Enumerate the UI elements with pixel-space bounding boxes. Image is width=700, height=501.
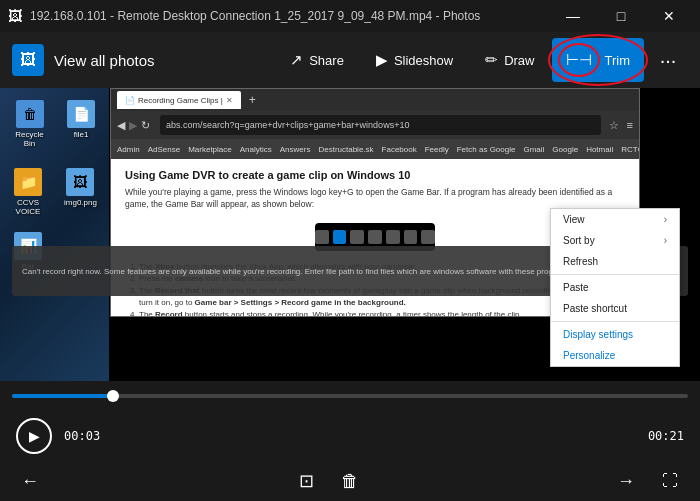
toolbar: 🖼 View all photos ↗ Share ▶ Slideshow ✏ …: [0, 32, 700, 88]
desktop-icon-img0[interactable]: 🖼 img0.png: [60, 164, 101, 220]
bookmark-rctc[interactable]: RCTC: [621, 145, 639, 154]
url-text: abs.com/search?q=game+dvr+clips+game+bar…: [166, 120, 409, 130]
context-menu-paste[interactable]: Paste: [551, 277, 679, 298]
gb-btn-1: [315, 230, 329, 244]
slideshow-label: Slideshow: [394, 53, 453, 68]
total-time: 00:21: [648, 429, 684, 443]
active-tab[interactable]: 📄 Recording Game Clips | ✕: [117, 91, 241, 109]
browser-refresh[interactable]: ↻: [141, 119, 150, 132]
tab-close[interactable]: ✕: [226, 96, 233, 105]
menu-icon[interactable]: ≡: [627, 119, 633, 132]
play-button[interactable]: ▶: [16, 418, 52, 454]
gb-btn-2: [333, 230, 347, 244]
bookmark-gmail[interactable]: Gmail: [523, 145, 544, 154]
minimize-button[interactable]: —: [550, 0, 596, 32]
draw-button[interactable]: ✏ Draw: [471, 38, 548, 82]
context-view-arrow: ›: [664, 214, 667, 225]
voice-label: CCVS VOICE: [14, 198, 42, 216]
timeline-thumb[interactable]: [107, 390, 119, 402]
fullscreen-button[interactable]: ⛶: [652, 463, 688, 499]
tab-icon: 📄: [125, 96, 135, 105]
delete-button[interactable]: 🗑: [332, 463, 368, 499]
taskbar-right: → ⛶: [608, 463, 688, 499]
context-personalize-label: Personalize: [563, 350, 615, 361]
bookmark-fetch[interactable]: Fetch as Google: [457, 145, 516, 154]
browser-back[interactable]: ◀: [117, 119, 125, 132]
slideshow-button[interactable]: ▶ Slideshow: [362, 38, 467, 82]
bottom-taskbar: ← ⊡ 🗑 → ⛶: [0, 461, 700, 501]
maximize-button[interactable]: □: [598, 0, 644, 32]
media-nav-button[interactable]: ⊡: [288, 463, 324, 499]
bookmark-google[interactable]: Google: [552, 145, 578, 154]
timeline-track[interactable]: [12, 394, 688, 398]
browser-tab-bar: 📄 Recording Game Clips | ✕ +: [111, 89, 639, 111]
bookmark-feedly[interactable]: Feedly: [425, 145, 449, 154]
share-button[interactable]: ↗ Share: [276, 38, 358, 82]
page-title: Using Game DVR to create a game clip on …: [125, 169, 625, 181]
taskbar-left: ←: [12, 463, 48, 499]
photos-icon: 🖼: [20, 51, 36, 69]
new-tab-button[interactable]: +: [249, 93, 256, 107]
context-menu-sortby[interactable]: Sort by ›: [551, 230, 679, 251]
title-bar-app-icon: 🖼: [8, 8, 22, 24]
toolbar-left: 🖼 View all photos: [12, 44, 276, 76]
media-nav-icon: ⊡: [299, 470, 314, 492]
timeline[interactable]: [0, 381, 700, 411]
bookmark-hotmail[interactable]: Hotmail: [586, 145, 613, 154]
tab-label: Recording Game Clips |: [138, 96, 223, 105]
recycle-bin-icon: 🗑: [16, 100, 44, 128]
more-button[interactable]: ···: [648, 40, 688, 80]
star-icon[interactable]: ☆: [609, 119, 619, 132]
context-menu-paste-shortcut[interactable]: Paste shortcut: [551, 298, 679, 319]
context-paste-shortcut-label: Paste shortcut: [563, 303, 627, 314]
delete-icon: 🗑: [341, 471, 359, 492]
bookmark-adsense[interactable]: AdSense: [148, 145, 180, 154]
gb-btn-5: [386, 230, 400, 244]
bookmark-marketplace[interactable]: Marketplace: [188, 145, 232, 154]
app-title: View all photos: [54, 52, 155, 69]
context-menu-personalize[interactable]: Personalize: [551, 345, 679, 366]
desktop-icon-voice[interactable]: 📁 CCVS VOICE: [10, 164, 46, 220]
bookmark-analytics[interactable]: Analytics: [240, 145, 272, 154]
desktop-icon-file[interactable]: 📄 file1: [63, 96, 99, 152]
recycle-bin-label: Recycle Bin: [14, 130, 45, 148]
taskbar-center: ⊡ 🗑: [288, 463, 368, 499]
desktop-icon-recycle[interactable]: 🗑 Recycle Bin: [10, 96, 49, 152]
context-view-label: View: [563, 214, 585, 225]
gb-btn-4: [368, 230, 382, 244]
title-bar-title: 192.168.0.101 - Remote Desktop Connectio…: [30, 9, 480, 23]
context-menu-view[interactable]: View ›: [551, 209, 679, 230]
close-button[interactable]: ✕: [646, 0, 692, 32]
share-label: Share: [309, 53, 344, 68]
context-menu-display[interactable]: Display settings: [551, 324, 679, 345]
bookmark-facebook[interactable]: Facebook: [382, 145, 417, 154]
gb-btn-6: [404, 230, 418, 244]
context-sortby-label: Sort by: [563, 235, 595, 246]
context-separator-1: [551, 274, 679, 275]
bookmark-answers[interactable]: Answers: [280, 145, 311, 154]
video-controls: ▶ 00:03 00:21: [0, 381, 700, 461]
draw-label: Draw: [504, 53, 534, 68]
file-label: file1: [74, 130, 89, 139]
share-icon: ↗: [290, 51, 303, 69]
url-bar[interactable]: abs.com/search?q=game+dvr+clips+game+bar…: [160, 115, 601, 135]
browser-forward[interactable]: ▶: [129, 119, 137, 132]
main-content: 🗑 Recycle Bin 📄 file1 📁 CCVS VOICE 🖼 img…: [0, 88, 700, 501]
trim-icon-wrapper: ⊢⊣: [566, 51, 592, 69]
file-icon: 📄: [67, 100, 95, 128]
trim-button[interactable]: ⊢⊣ Trim: [552, 38, 644, 82]
title-bar-controls: — □ ✕: [550, 0, 692, 32]
draw-icon: ✏: [485, 51, 498, 69]
notification-text: Can't record right now. Some features ar…: [22, 267, 573, 276]
current-time: 00:03: [64, 429, 100, 443]
bookmark-destructable[interactable]: Destructable.sk: [318, 145, 373, 154]
desktop-area: 🗑 Recycle Bin 📄 file1 📁 CCVS VOICE 🖼 img…: [0, 88, 110, 381]
bookmark-admin[interactable]: Admin: [117, 145, 140, 154]
gb-btn-3: [350, 230, 364, 244]
context-sortby-arrow: ›: [664, 235, 667, 246]
back-button[interactable]: ←: [12, 463, 48, 499]
context-menu-refresh[interactable]: Refresh: [551, 251, 679, 272]
title-bar: 🖼 192.168.0.101 - Remote Desktop Connect…: [0, 0, 700, 32]
controls-bar: ▶ 00:03 00:21: [0, 411, 700, 461]
forward-button[interactable]: →: [608, 463, 644, 499]
